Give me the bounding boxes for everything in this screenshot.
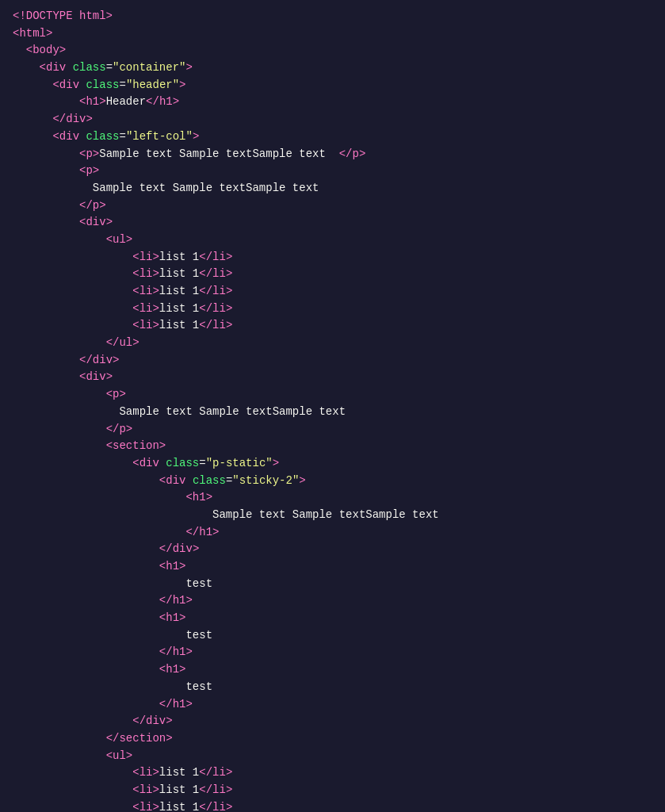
code-line: </h1> <box>13 592 652 610</box>
code-line: </div> <box>13 352 652 370</box>
code-line: </section> <box>13 730 652 748</box>
code-line: <li>list 1</li> <box>13 782 652 799</box>
code-line: <li>list 1</li> <box>13 301 652 318</box>
code-editor: <!DOCTYPE html><html> <body> <div class=… <box>0 0 665 812</box>
code-line: <section> <box>13 438 652 455</box>
code-line: <h1>Header</h1> <box>13 94 652 111</box>
code-line: Sample text Sample textSample text <box>13 507 652 524</box>
code-line: test <box>13 679 652 696</box>
code-line: test <box>13 576 652 593</box>
code-line: <div class="header"> <box>13 77 652 94</box>
code-line: <html> <box>13 25 652 43</box>
code-line: </p> <box>13 197 652 215</box>
code-line: <ul> <box>13 748 652 765</box>
code-line: Sample text Sample textSample text <box>13 180 652 197</box>
code-line: <li>list 1</li> <box>13 283 652 301</box>
code-line: <p>Sample text Sample textSample text </… <box>13 146 652 163</box>
code-line: <li>list 1</li> <box>13 764 652 782</box>
code-line: <div class="left-col"> <box>13 128 652 146</box>
code-line: <h1> <box>13 661 652 679</box>
code-line: </p> <box>13 421 652 439</box>
code-line: <!DOCTYPE html> <box>13 8 652 25</box>
code-line: <li>list 1</li> <box>13 317 652 335</box>
code-line: <div> <box>13 369 652 386</box>
code-line: <h1> <box>13 610 652 627</box>
code-line: <div class="container"> <box>13 59 652 77</box>
code-line: <div> <box>13 214 652 232</box>
code-line: <body> <box>13 42 652 59</box>
code-line: test <box>13 627 652 645</box>
code-line: <div class="p-static"> <box>13 455 652 473</box>
code-line: </div> <box>13 713 652 730</box>
code-line: </div> <box>13 111 652 128</box>
code-line: <p> <box>13 386 652 404</box>
code-line: <li>list 1</li> <box>13 266 652 283</box>
code-line: <h1> <box>13 489 652 507</box>
code-line: <h1> <box>13 558 652 576</box>
code-line: <li>list 1</li> <box>13 799 652 812</box>
code-line: <p> <box>13 163 652 180</box>
code-line: <div class="sticky-2"> <box>13 473 652 490</box>
code-line: </div> <box>13 541 652 558</box>
code-line: </ul> <box>13 335 652 352</box>
code-line: <li>list 1</li> <box>13 249 652 266</box>
code-line: <ul> <box>13 232 652 249</box>
code-line: </h1> <box>13 524 652 542</box>
code-line: </h1> <box>13 696 652 714</box>
code-line: </h1> <box>13 644 652 661</box>
code-line: Sample text Sample textSample text <box>13 404 652 421</box>
